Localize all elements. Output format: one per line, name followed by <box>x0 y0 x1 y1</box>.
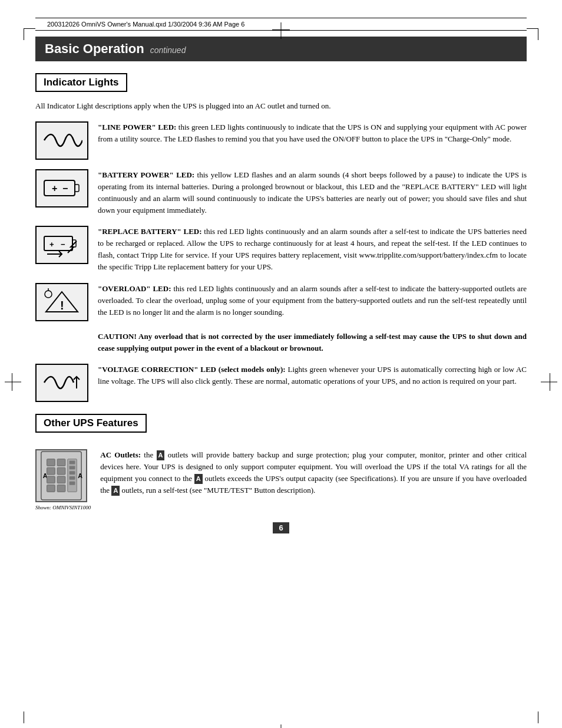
voltage-correction-label: "VOLTAGE CORRECTION" LED (select models … <box>98 365 286 374</box>
svg-rect-19 <box>57 459 65 466</box>
corner-mark-br-v <box>538 711 538 723</box>
svg-rect-16 <box>47 467 55 475</box>
indicator-lights-header: Indicator Lights <box>35 73 127 92</box>
shown-label: Shown: OMNIVSINT1000 <box>35 505 91 510</box>
voltage-correction-icon <box>35 364 88 402</box>
line-power-label: "LINE POWER" LED: <box>98 123 176 131</box>
overload-label: "OVERLOAD" LED: <box>98 284 171 293</box>
svg-text:−: − <box>61 240 65 249</box>
ac-outlets-text: AC Outlets: the A outlets will provide b… <box>100 449 527 497</box>
badge-a-2: A <box>194 474 203 484</box>
banner-subtitle: continued <box>150 45 186 55</box>
banner: Basic Operation continued <box>35 37 527 61</box>
svg-rect-15 <box>47 459 55 466</box>
banner-title: Basic Operation <box>45 41 144 57</box>
other-ups-features-header: Other UPS Features <box>35 414 147 433</box>
badge-a-3: A <box>111 486 120 496</box>
svg-rect-18 <box>47 485 55 492</box>
battery-power-label: "BATTERY POWER" LED: <box>98 170 194 179</box>
battery-icon: + − <box>41 173 82 203</box>
corner-mark-bl-v <box>24 711 24 723</box>
ups-device-illustration: A A <box>35 449 87 502</box>
crosshair-right-h <box>541 381 557 382</box>
indicator-lights-section: Indicator Lights All Indicator Light des… <box>35 73 527 402</box>
indicator-lights-intro: All Indicator Light descriptions apply w… <box>35 100 527 112</box>
ac-outlets-item: A A <box>35 449 527 510</box>
svg-rect-27 <box>70 476 75 480</box>
crosshair-bottom-v <box>281 724 282 728</box>
svg-rect-21 <box>57 476 65 483</box>
svg-text:!: ! <box>60 299 64 312</box>
voltage-correction-text: "VOLTAGE CORRECTION" LED (select models … <box>98 364 527 387</box>
replace-battery-label: "REPLACE BATTERY" LED: <box>98 227 202 236</box>
battery-power-text: "BATTERY POWER" LED: this yellow LED fla… <box>98 169 527 217</box>
page-wrapper: 200312026 OmniVS Owner's Manual.qxd 1/30… <box>0 18 562 728</box>
replace-battery-icon: + − <box>35 226 88 264</box>
crosshair-right-v <box>550 373 550 391</box>
crosshair-left-h <box>5 381 21 382</box>
svg-rect-28 <box>70 482 75 485</box>
svg-rect-26 <box>70 471 75 475</box>
replace-battery-led-item: + − "REPLACE BATTERY" LED: this red LED … <box>35 226 527 274</box>
svg-text:+: + <box>52 183 57 193</box>
svg-rect-24 <box>70 461 75 465</box>
svg-text:−: − <box>62 183 68 193</box>
corner-mark-tr-h <box>527 28 538 29</box>
sine-wave-icon <box>41 126 82 155</box>
crosshair-top-v <box>281 22 282 39</box>
line-power-icon <box>35 121 88 160</box>
replace-battery-icon-svg: + − <box>41 230 82 260</box>
overload-icon: ! <box>35 283 88 321</box>
ups-device-container: A A <box>35 449 91 510</box>
other-ups-features-title: Other UPS Features <box>44 417 138 429</box>
battery-power-icon: + − <box>35 169 88 207</box>
overload-text: "OVERLOAD" LED: this red LED lights cont… <box>98 283 527 318</box>
overload-icon-svg: ! <box>41 287 82 317</box>
line-power-led-item: "LINE POWER" LED: this green LED lights … <box>35 121 527 160</box>
svg-rect-4 <box>44 236 72 251</box>
ups-device-svg: A A <box>37 450 86 502</box>
svg-rect-25 <box>70 466 75 469</box>
replace-battery-text: "REPLACE BATTERY" LED: this red LED ligh… <box>98 226 527 274</box>
caution-text: CAUTION! Any overload that is not correc… <box>98 332 527 353</box>
battery-power-led-item: + − "BATTERY POWER" LED: this yellow LED… <box>35 169 527 217</box>
header-text: 200312026 OmniVS Owner's Manual.qxd 1/30… <box>47 21 244 28</box>
corner-mark-tl-h <box>24 28 35 29</box>
svg-rect-1 <box>75 185 79 192</box>
crosshair-left-v <box>12 373 12 391</box>
page-number: 6 <box>273 522 289 533</box>
badge-a-1: A <box>157 450 165 460</box>
corner-mark-tr-v <box>538 28 538 40</box>
corner-mark-tl-v <box>24 28 24 40</box>
overload-led-item: ! "OVERLOAD" LED: this red LED lights co… <box>35 283 527 321</box>
voltage-correction-led-item: "VOLTAGE CORRECTION" LED (select models … <box>35 364 527 402</box>
ac-outlets-label: AC Outlets: <box>100 450 141 459</box>
svg-rect-20 <box>57 467 65 475</box>
svg-rect-17 <box>47 476 55 483</box>
indicator-lights-title: Indicator Lights <box>44 77 119 88</box>
svg-rect-0 <box>44 180 75 196</box>
svg-rect-22 <box>57 485 65 492</box>
other-ups-features-section: Other UPS Features A A <box>35 414 527 510</box>
svg-text:A: A <box>78 472 82 479</box>
svg-text:+: + <box>49 240 54 249</box>
caution-block: CAUTION! Any overload that is not correc… <box>98 331 527 354</box>
main-content: Basic Operation continued Indicator Ligh… <box>35 37 527 551</box>
svg-point-10 <box>45 291 52 298</box>
voltage-correction-icon-svg <box>41 368 82 397</box>
line-power-text: "LINE POWER" LED: this green LED lights … <box>98 121 527 145</box>
page-number-container: 6 <box>35 522 527 551</box>
